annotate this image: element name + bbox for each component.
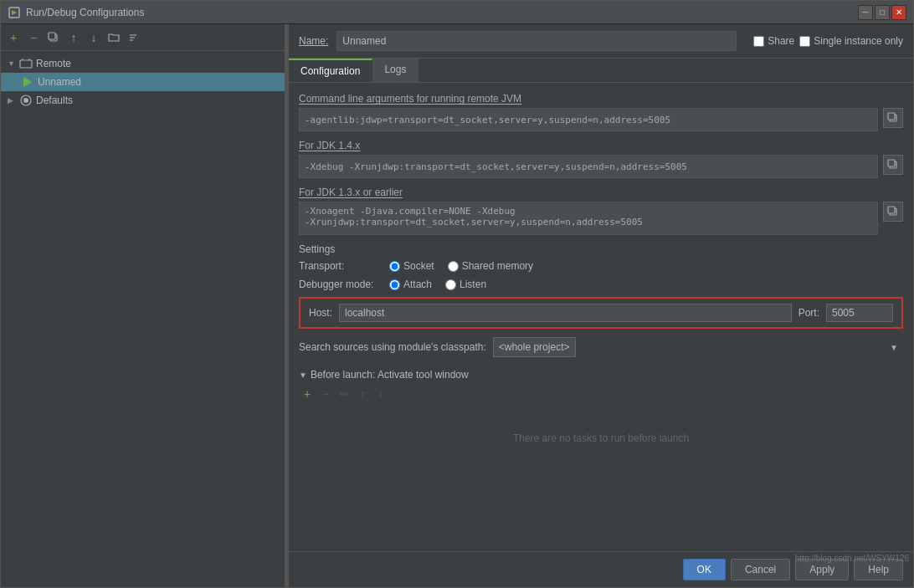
before-launch-remove-button[interactable]: −: [317, 386, 334, 402]
jdk13-label: For JDK 1.3.x or earlier: [299, 187, 903, 198]
copy-config-button[interactable]: [44, 28, 63, 47]
no-tasks-label: There are no tasks to run before launch: [299, 407, 903, 469]
section-jdk13: For JDK 1.3.x or earlier -Xnoagent -Djav…: [299, 187, 903, 235]
share-checkbox-group: Share: [753, 35, 794, 47]
svg-rect-15: [888, 113, 895, 120]
config-header: Name: Share Single instance only: [289, 24, 913, 59]
before-launch-section: ▼ Before launch: Activate tool window + …: [299, 369, 903, 469]
move-down-button[interactable]: ↓: [85, 28, 103, 47]
tab-bar: Configuration Logs: [289, 59, 913, 83]
section-cmd-jvm: Command line arguments for running remot…: [299, 93, 903, 131]
minimize-button[interactable]: ─: [858, 5, 873, 20]
listen-label: Listen: [460, 279, 486, 290]
classpath-row: Search sources using module's classpath:…: [299, 337, 903, 357]
tree-item-defaults[interactable]: ▶ Defaults: [1, 91, 285, 110]
sort-button[interactable]: [125, 28, 143, 47]
section-settings: Settings Transport: Socket Shared memory: [299, 243, 903, 329]
attach-option[interactable]: Attach: [389, 279, 432, 290]
jdk13-row: -Xnoagent -Djava.compiler=NONE -Xdebug -…: [299, 202, 903, 235]
shared-memory-option[interactable]: Shared memory: [448, 260, 533, 272]
listen-radio[interactable]: [445, 279, 456, 290]
svg-rect-3: [49, 33, 55, 39]
port-label: Port:: [798, 307, 819, 319]
configurations-tree: ▼ Remote Unnamed ▶ Defaults: [1, 51, 285, 587]
tab-configuration[interactable]: Configuration: [289, 59, 372, 82]
debugger-mode-label: Debugger mode:: [299, 279, 383, 290]
listen-option[interactable]: Listen: [445, 279, 486, 290]
single-instance-checkbox-group: Single instance only: [799, 35, 903, 47]
defaults-icon: [19, 94, 33, 107]
tree-label-defaults: Defaults: [36, 95, 73, 106]
share-label: Share: [768, 35, 794, 47]
svg-rect-7: [20, 60, 32, 68]
add-config-button[interactable]: +: [4, 28, 23, 47]
single-instance-label: Single instance only: [814, 35, 903, 47]
before-launch-label: Before launch: Activate tool window: [311, 369, 469, 381]
window-controls: ─ □ ✕: [858, 5, 906, 20]
run-debug-configurations-window: Run/Debug Configurations ─ □ ✕ + − ↑ ↓: [0, 0, 914, 588]
maximize-button[interactable]: □: [875, 5, 890, 20]
transport-row: Transport: Socket Shared memory: [299, 260, 903, 272]
svg-rect-19: [888, 207, 895, 213]
classpath-select-wrapper: <whole project> ▼: [493, 337, 903, 357]
jdk13-input[interactable]: -Xnoagent -Djava.compiler=NONE -Xdebug -…: [299, 202, 878, 235]
window-title: Run/Debug Configurations: [26, 7, 858, 18]
host-label: Host:: [309, 307, 332, 319]
tree-item-unnamed[interactable]: Unnamed: [1, 73, 285, 91]
window-icon: [8, 6, 21, 19]
cmd-jvm-copy-button[interactable]: [883, 108, 903, 128]
ok-button[interactable]: OK: [683, 559, 726, 580]
cmd-jvm-row: [299, 108, 903, 131]
tab-logs[interactable]: Logs: [372, 59, 418, 82]
name-label: Name:: [299, 35, 328, 47]
left-panel: + − ↑ ↓ ▼ Remote: [1, 24, 285, 587]
host-input[interactable]: [339, 304, 792, 322]
jdk14-copy-button[interactable]: [883, 155, 903, 175]
attach-label: Attach: [403, 279, 432, 290]
title-bar: Run/Debug Configurations ─ □ ✕: [1, 1, 913, 24]
tree-label-unnamed: Unnamed: [38, 76, 81, 88]
remove-config-button[interactable]: −: [24, 28, 43, 47]
svg-marker-1: [12, 10, 17, 15]
transport-radio-group: Socket Shared memory: [389, 260, 533, 272]
jdk14-input[interactable]: [299, 155, 878, 178]
svg-point-13: [23, 98, 28, 103]
before-launch-add-button[interactable]: +: [299, 386, 316, 402]
classpath-select[interactable]: <whole project>: [493, 337, 576, 357]
socket-label: Socket: [403, 260, 434, 272]
attach-radio[interactable]: [389, 279, 400, 290]
before-launch-down-button[interactable]: ↓: [372, 386, 389, 402]
svg-marker-10: [23, 77, 32, 87]
move-up-button[interactable]: ↑: [64, 28, 83, 47]
new-folder-button[interactable]: [105, 28, 123, 47]
before-launch-header: ▼ Before launch: Activate tool window: [299, 369, 903, 381]
debugger-mode-radio-group: Attach Listen: [389, 279, 486, 290]
before-launch-edit-button[interactable]: ✏: [336, 386, 352, 402]
tree-item-remote[interactable]: ▼ Remote: [1, 54, 285, 73]
main-content: + − ↑ ↓ ▼ Remote: [1, 24, 913, 587]
cancel-button[interactable]: Cancel: [731, 559, 790, 580]
classpath-dropdown-icon: ▼: [890, 343, 898, 352]
jdk14-row: [299, 155, 903, 178]
remote-icon: [19, 57, 33, 70]
cmd-jvm-input[interactable]: [299, 108, 878, 131]
share-area: Share Single instance only: [753, 35, 903, 47]
single-instance-checkbox[interactable]: [799, 36, 810, 47]
transport-label: Transport:: [299, 260, 383, 272]
shared-memory-radio[interactable]: [448, 261, 459, 272]
share-checkbox[interactable]: [753, 36, 764, 47]
host-port-row: Host: Port:: [299, 297, 903, 329]
tree-arrow-remote: ▼: [8, 59, 16, 68]
debugger-mode-row: Debugger mode: Attach Listen: [299, 279, 903, 290]
before-launch-up-button[interactable]: ↑: [354, 386, 371, 402]
name-input[interactable]: [336, 31, 737, 51]
unnamed-icon: [21, 75, 34, 89]
socket-radio[interactable]: [389, 261, 400, 272]
right-panel: Name: Share Single instance only Confi: [289, 24, 913, 587]
jdk13-copy-button[interactable]: [883, 202, 903, 222]
shared-memory-label: Shared memory: [462, 260, 533, 272]
config-body: Command line arguments for running remot…: [289, 83, 913, 551]
socket-option[interactable]: Socket: [389, 260, 434, 272]
port-input[interactable]: [826, 304, 893, 322]
close-button[interactable]: ✕: [891, 5, 906, 20]
